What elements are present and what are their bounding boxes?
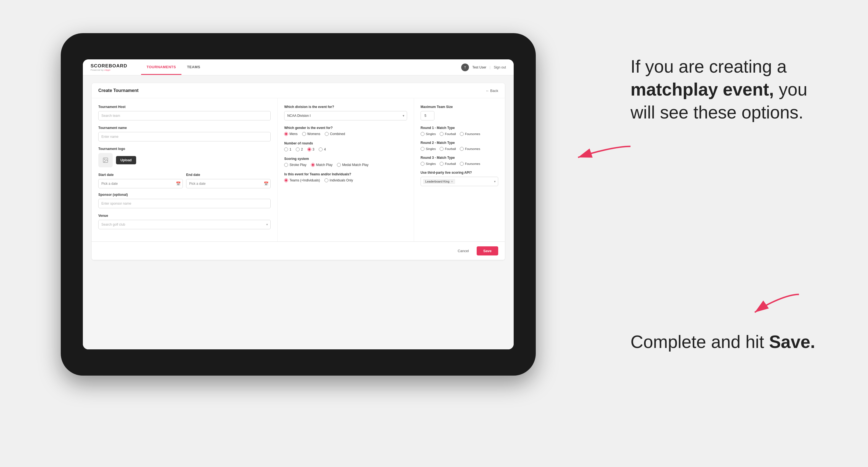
annotation-top-text: If you are creating a matchplay event, y… [630,55,824,124]
round3-fourball-label: Fourball [445,162,456,165]
tablet-frame: SCOREBOARD Powered by clippt TOURNAMENTS… [61,33,536,376]
individuals-option[interactable]: Individuals Only [324,178,353,182]
individuals-radio[interactable] [324,178,329,182]
cancel-button[interactable]: Cancel [453,247,473,255]
venue-group: Venue [98,214,271,229]
api-tag-close-icon[interactable]: × [451,180,453,183]
round1-foursomes-label: Foursomes [465,132,480,135]
card-footer: Cancel Save [92,242,505,260]
round3-fourball-radio[interactable] [440,162,443,166]
round2-foursomes[interactable]: Foursomes [460,147,480,151]
gender-womens-label: Womens [307,132,320,136]
gender-combined[interactable]: Combined [325,132,345,136]
teams-group: Is this event for Teams and/or Individua… [284,172,407,182]
rounds-4[interactable]: 4 [319,148,326,151]
scoring-radio-group: Stroke Play Match Play Medal Match Play [284,163,407,167]
date-row: Start date 📅 End date 📅 [98,173,271,188]
round2-fourball[interactable]: Fourball [440,147,456,151]
save-button[interactable]: Save [477,246,498,255]
tournament-logo-label: Tournament logo [98,147,271,151]
rounds-2[interactable]: 2 [296,148,303,151]
sign-out-link[interactable]: Sign out [494,65,506,69]
round1-fourball-radio[interactable] [440,132,443,136]
max-team-size-input[interactable] [421,111,434,120]
end-date-input[interactable] [186,179,271,188]
scoring-medal-radio[interactable] [337,163,341,167]
rounds-1-radio[interactable] [284,148,288,151]
rounds-1[interactable]: 1 [284,148,291,151]
round3-foursomes-radio[interactable] [460,162,464,166]
division-select[interactable]: NCAA Division I [284,111,407,120]
annotation-area: If you are creating a matchplay event, y… [619,33,857,376]
teams-option[interactable]: Teams (+Individuals) [284,178,320,182]
venue-wrapper [98,220,271,229]
teams-label-text: Teams (+Individuals) [289,178,320,182]
rounds-3-label: 3 [313,148,315,151]
tournament-host-group: Tournament Host [98,105,271,120]
start-date-input[interactable] [98,179,183,188]
max-team-size-label: Maximum Team Size [421,105,498,109]
individuals-label-text: Individuals Only [330,178,353,182]
card-header: Create Tournament ← Back [92,83,505,98]
nav-teams[interactable]: TEAMS [181,60,206,75]
round1-fourball[interactable]: Fourball [440,132,456,136]
round1-foursomes-radio[interactable] [460,132,464,136]
rounds-1-label: 1 [289,148,291,151]
end-date-calendar-icon: 📅 [264,181,269,186]
round1-singles-radio[interactable] [421,132,425,136]
sponsor-input[interactable] [98,199,271,208]
nav-right: T Test User | Sign out [461,64,506,71]
teams-label: Is this event for Teams and/or Individua… [284,172,407,176]
scoring-match-radio[interactable] [311,163,315,167]
venue-input[interactable] [98,220,271,229]
end-date-group: End date 📅 [186,173,271,188]
rounds-3-radio[interactable] [307,148,311,151]
user-separator: | [490,65,491,69]
round3-singles[interactable]: Singles [421,162,436,166]
round3-singles-radio[interactable] [421,162,425,166]
scoring-match[interactable]: Match Play [311,163,333,167]
rounds-4-label: 4 [324,148,326,151]
sponsor-group: Sponsor (optional) [98,193,271,208]
division-group: Which division is the event for? NCAA Di… [284,105,407,120]
round2-foursomes-radio[interactable] [460,147,464,151]
tournament-host-input[interactable] [98,111,271,120]
api-tag: Leaderboard King × [423,179,455,184]
logo-area: SCOREBOARD Powered by clippt [91,63,127,71]
gender-mens-radio[interactable] [284,132,288,136]
api-tag-label: Leaderboard King [425,180,449,183]
start-date-group: Start date 📅 [98,173,183,188]
svg-point-1 [104,159,105,160]
arrow-top-container [572,141,633,164]
gender-womens[interactable]: Womens [302,132,320,136]
round2-fourball-radio[interactable] [440,147,443,151]
logo-placeholder [98,153,113,167]
round3-match-type-group: Round 3 - Match Type Singles Fourball [421,156,498,166]
round3-foursomes[interactable]: Foursomes [460,162,480,166]
gender-mens[interactable]: Mens [284,132,298,136]
back-button[interactable]: ← Back [486,89,498,93]
round1-singles[interactable]: Singles [421,132,436,136]
round2-singles-radio[interactable] [421,147,425,151]
round2-singles[interactable]: Singles [421,147,436,151]
teams-radio[interactable] [284,178,288,182]
round1-options: Singles Fourball Foursomes [421,132,498,136]
round3-fourball[interactable]: Fourball [440,162,456,166]
scoring-stroke[interactable]: Stroke Play [284,163,306,167]
nav-tournaments[interactable]: TOURNAMENTS [141,60,181,75]
rounds-3[interactable]: 3 [307,148,315,151]
venue-label: Venue [98,214,271,218]
scoring-medal[interactable]: Medal Match Play [337,163,368,167]
tournament-name-input[interactable] [98,132,271,142]
logo-sub: Powered by clippt [91,69,127,71]
round1-match-type-label: Round 1 - Match Type [421,126,498,130]
gender-combined-radio[interactable] [325,132,329,136]
rounds-4-radio[interactable] [319,148,322,151]
scoring-stroke-radio[interactable] [284,163,288,167]
upload-button[interactable]: Upload [116,156,136,164]
api-select-wrapper[interactable]: Leaderboard King × ▾ [421,177,498,186]
start-date-label: Start date [98,173,183,177]
rounds-2-radio[interactable] [296,148,300,151]
gender-womens-radio[interactable] [302,132,306,136]
round1-foursomes[interactable]: Foursomes [460,132,480,136]
